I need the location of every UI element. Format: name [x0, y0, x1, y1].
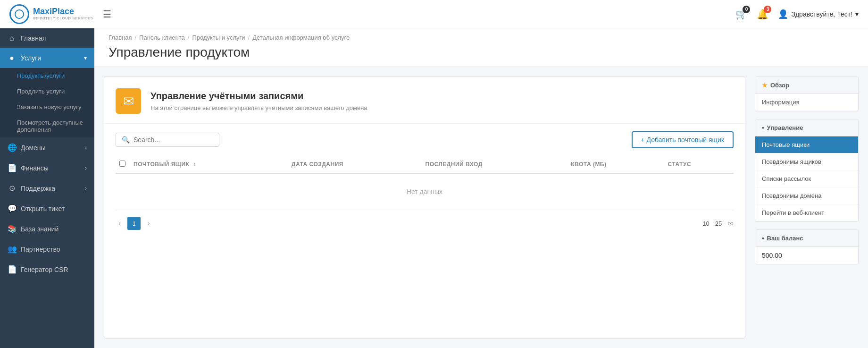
sidebar-home-label: Главная [21, 34, 46, 42]
top-header: MaxiPlace INFINITELY CLOUD SERVICES ☰ 🛒 … [0, 0, 868, 28]
sort-arrow: ↑ [193, 161, 196, 168]
logo-area: MaxiPlace INFINITELY CLOUD SERVICES [9, 4, 93, 24]
th-created: ДАТА СОЗДАНИЯ [288, 156, 422, 173]
right-link-aliases[interactable]: Псевдонимы ящиков [755, 153, 858, 170]
user-greeting[interactable]: 👤 Здравствуйте, Тест! ▾ [778, 9, 859, 19]
toolbar: 🔍 + Добавить почтовый ящик [104, 124, 745, 156]
services-chevron: ▾ [84, 55, 87, 61]
main-layout: ⌂ Главная ● Услуги ▾ Продукты/услуги Про… [0, 28, 868, 348]
breadcrumb-sep-2: / [188, 34, 190, 41]
right-link-webmail[interactable]: Перейти в веб-клиент [755, 204, 858, 221]
breadcrumb: Главная / Панель клиента / Продукты и ус… [108, 34, 854, 41]
hamburger-button[interactable]: ☰ [103, 8, 111, 20]
sidebar-finance-label: Финансы [21, 164, 49, 172]
management-icon: ▪ [762, 124, 764, 131]
greeting-chevron: ▾ [855, 10, 859, 18]
sidebar-sub-renew[interactable]: Продлить услуги [0, 84, 94, 99]
finance-icon: 📄 [8, 163, 16, 172]
search-icon: 🔍 [122, 136, 130, 144]
sidebar-sub-addons[interactable]: Посмотреть доступные дополнения [0, 115, 94, 137]
home-icon: ⌂ [8, 34, 16, 42]
sidebar-domains-label: Домены [21, 144, 46, 152]
card-description: На этой странице вы можете управлять учё… [150, 104, 367, 111]
email-icon-wrap: ✉ [116, 88, 141, 114]
sidebar-item-csr[interactable]: 📄 Генератор CSR [0, 259, 94, 280]
no-data-cell: Нет данных [116, 173, 734, 210]
breadcrumb-products[interactable]: Продукты и услуги [192, 34, 245, 41]
balance-icon: ▪ [762, 235, 764, 242]
per-page-25[interactable]: 25 [715, 220, 722, 227]
sidebar-item-partnership[interactable]: 👥 Партнерство [0, 239, 94, 259]
sidebar-item-domains[interactable]: 🌐 Домены › [0, 137, 94, 158]
right-link-mailing-lists[interactable]: Списки рассылок [755, 170, 858, 187]
overview-header-label: Обзор [770, 82, 789, 89]
per-page-all[interactable]: ∞ [727, 219, 734, 229]
balance-header: ▪ Ваш баланс [755, 230, 858, 247]
th-checkbox [116, 156, 130, 173]
sidebar: ⌂ Главная ● Услуги ▾ Продукты/услуги Про… [0, 28, 94, 348]
sidebar-sub-products[interactable]: Продукты/услуги [0, 68, 94, 84]
right-link-mailboxes[interactable]: Почтовые ящики [755, 136, 858, 153]
breadcrumb-client-panel[interactable]: Панель клиента [139, 34, 185, 41]
page-nav: ‹ 1 › [116, 217, 153, 230]
prev-page-button[interactable]: ‹ [116, 218, 124, 229]
sidebar-partner-label: Партнерство [21, 246, 60, 253]
header-right: 🛒 0 🔔 3 👤 Здравствуйте, Тест! ▾ [735, 8, 859, 20]
support-icon: ⊙ [8, 184, 16, 193]
balance-value: 500.00 [755, 247, 858, 264]
sidebar-item-home[interactable]: ⌂ Главная [0, 28, 94, 48]
sidebar-support-label: Поддержка [21, 185, 55, 192]
domains-icon: 🌐 [8, 143, 16, 152]
mailbox-table: ПОЧТОВЫЙ ЯЩИК ↑ ДАТА СОЗДАНИЯ ПОСЛЕДНИЙ … [116, 156, 734, 210]
notification-icon-wrap[interactable]: 🔔 3 [757, 8, 768, 20]
header-left: MaxiPlace INFINITELY CLOUD SERVICES ☰ [9, 4, 111, 24]
logo-inner-circle [15, 9, 24, 19]
card-header-section: ✉ Управление учётными записями На этой с… [104, 77, 745, 124]
right-panel: ★ Обзор Информация ▪ Управление Почтовые… [755, 76, 859, 339]
table-wrap: ПОЧТОВЫЙ ЯЩИК ↑ ДАТА СОЗДАНИЯ ПОСЛЕДНИЙ … [104, 156, 745, 210]
services-icon: ● [8, 54, 16, 62]
body-row: ✉ Управление учётными записями На этой с… [94, 67, 868, 348]
sidebar-item-support[interactable]: ⊙ Поддержка › [0, 178, 94, 198]
management-section: ▪ Управление Почтовые ящики Псевдонимы я… [755, 119, 859, 222]
right-link-domain-aliases[interactable]: Псевдонимы домена [755, 187, 858, 204]
email-icon: ✉ [123, 93, 134, 109]
support-chevron: › [85, 185, 87, 192]
add-mailbox-button[interactable]: + Добавить почтовый ящик [632, 131, 734, 148]
table-header-row: ПОЧТОВЫЙ ЯЩИК ↑ ДАТА СОЗДАНИЯ ПОСЛЕДНИЙ … [116, 156, 734, 173]
page-title: Управление продуктом [108, 45, 854, 67]
card-heading: Управление учётными записями [150, 91, 367, 102]
next-page-button[interactable]: › [144, 218, 152, 229]
current-page[interactable]: 1 [127, 217, 141, 230]
management-header: ▪ Управление [755, 119, 858, 136]
select-all-checkbox[interactable] [119, 161, 125, 167]
breadcrumb-current: Детальная информация об услуге [252, 34, 350, 41]
th-mailbox: ПОЧТОВЫЙ ЯЩИК ↑ [130, 156, 288, 173]
pagination: ‹ 1 › 10 25 ∞ [104, 210, 745, 237]
balance-header-label: Ваш баланс [767, 235, 803, 242]
finance-chevron: › [85, 165, 87, 171]
logo-sub-text: INFINITELY CLOUD SERVICES [33, 17, 93, 21]
ticket-icon: 💬 [8, 204, 16, 213]
breadcrumb-home[interactable]: Главная [108, 34, 132, 41]
overview-section: ★ Обзор Информация [755, 76, 859, 111]
user-icon: 👤 [778, 9, 788, 19]
no-data-row: Нет данных [116, 173, 734, 210]
sidebar-sub-order-new[interactable]: Заказать новую услугу [0, 99, 94, 115]
th-quota: КВОТА (МБ) [567, 156, 664, 173]
sidebar-knowledge-label: База знаний [21, 225, 58, 233]
sidebar-services-label: Услуги [21, 54, 41, 62]
right-link-info[interactable]: Информация [755, 94, 858, 111]
sidebar-item-open-ticket[interactable]: 💬 Открыть тикет [0, 198, 94, 219]
sidebar-item-knowledge[interactable]: 📚 База знаний [0, 219, 94, 239]
per-page-10[interactable]: 10 [702, 220, 709, 227]
cart-badge: 0 [743, 6, 750, 13]
greeting-text: Здравствуйте, Тест! [791, 10, 852, 18]
sidebar-item-services[interactable]: ● Услуги ▾ [0, 48, 94, 68]
balance-section: ▪ Ваш баланс 500.00 [755, 229, 859, 264]
search-input[interactable] [134, 136, 213, 144]
knowledge-icon: 📚 [8, 224, 16, 233]
sidebar-item-finance[interactable]: 📄 Финансы › [0, 158, 94, 178]
cart-icon-wrap[interactable]: 🛒 0 [735, 8, 747, 20]
overview-star-icon: ★ [762, 82, 768, 89]
